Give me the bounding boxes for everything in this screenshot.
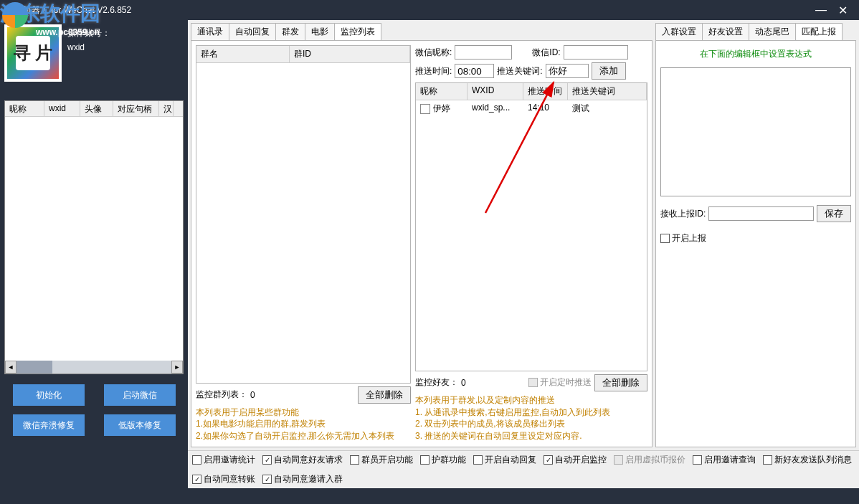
grid-col-nick[interactable]: 昵称 [5,101,44,116]
grid-scrollbar[interactable]: ◄ ► [5,361,183,374]
delete-all-groups-button[interactable]: 全部删除 [358,386,411,404]
footer-checkbox-自动同意好友请求[interactable]: ✓自动同意好友请求 [262,454,343,466]
delete-all-friends-button[interactable]: 全部删除 [594,374,647,391]
tab-通讯录[interactable]: 通讯录 [191,23,229,40]
account-grid[interactable]: 昵称 wxid 头像 对应句柄 汉 ◄ ► [4,100,184,374]
avatar: 寻 片 [4,24,62,82]
wxid-input[interactable] [564,45,628,60]
push-keyword-input[interactable] [546,64,589,78]
title-bar: 寻片机器人 for WeChat V2.6.852 — ✕ [0,0,859,20]
footer-checkbox-群员开启功能[interactable]: 群员开启功能 [350,454,413,466]
footer-checkbox-启用邀请统计[interactable]: 启用邀请统计 [192,454,255,466]
account-wxid: wxid [67,42,184,52]
col-time[interactable]: 推送时间 [523,83,568,100]
account-label: 操作账号： [67,27,184,39]
expression-hint: 在下面的编辑框中设置表达式 [660,45,851,63]
grid-col-avatar[interactable]: 头像 [80,101,113,116]
tab-动态尾巴[interactable]: 动态尾巴 [749,23,796,40]
close-button[interactable]: ✕ [832,4,853,17]
tab-监控列表[interactable]: 监控列表 [334,23,381,40]
tab-入群设置[interactable]: 入群设置 [655,23,703,40]
group-note: 本列表用于启用某些群功能1.如果电影功能启用的群,群发列表2.如果你勾选了自动开… [196,406,411,442]
tab-电影[interactable]: 电影 [305,23,335,40]
init-button[interactable]: 初始化 [13,384,85,406]
sidebar: 寻 片 操作账号： wxid 昵称 wxid 头像 对应句柄 汉 ◄ ► 初始化… [0,20,188,450]
row-checkbox[interactable] [420,104,430,114]
tab-群发[interactable]: 群发 [275,23,305,40]
wxid-label: 微信ID: [532,47,560,59]
monitor-group-list[interactable]: 群名 群ID [196,45,411,384]
push-keyword-label: 推送关键词: [497,65,542,77]
tab-好友设置[interactable]: 好友设置 [702,23,749,40]
expression-textarea[interactable] [660,67,851,196]
recv-id-input[interactable] [708,206,814,221]
table-row[interactable]: 伊婷 wxid_sp... 14:10 测试 [416,100,647,117]
window-title: 寻片机器人 for WeChat V2.6.852 [6,4,810,16]
save-button[interactable]: 保存 [817,205,851,222]
grid-col-extra[interactable]: 汉 [159,101,174,116]
add-button[interactable]: 添加 [592,62,626,80]
monitor-friend-count: 0 [461,378,466,388]
footer-options: 启用邀请统计✓自动同意好友请求群员开启功能护群功能开启自动回复✓自动开启监控启用… [188,450,859,488]
col-wxid[interactable]: WXID [468,83,523,100]
scroll-thumb[interactable] [16,361,52,374]
footer-checkbox-自动同意转账[interactable]: ✓自动同意转账 [192,473,255,485]
minimize-button[interactable]: — [810,4,832,16]
grid-col-handle[interactable]: 对应句柄 [113,101,159,116]
enable-report-checkbox[interactable]: 开启上报 [660,232,851,244]
tab-自动回复[interactable]: 自动回复 [229,23,276,40]
grid-col-wxid[interactable]: wxid [44,101,80,116]
footer-checkbox-启用邀请查询[interactable]: 启用邀请查询 [693,454,756,466]
monitor-group-count-label: 监控群列表： [196,389,247,401]
monitor-friend-list[interactable]: 昵称 WXID 推送时间 推送关键词 伊婷 wxid_sp... 14:10 测… [415,82,647,371]
nick-input[interactable] [455,45,512,60]
col-group-name[interactable]: 群名 [196,46,290,62]
col-group-id[interactable]: 群ID [290,46,410,62]
scroll-right-icon[interactable]: ► [171,361,183,374]
footer-checkbox-自动同意邀请入群[interactable]: ✓自动同意邀请入群 [262,473,343,485]
start-wechat-button[interactable]: 启动微信 [104,384,176,406]
friend-note: 本列表用于群发,以及定制内容的推送1. 从通讯录中搜索,右键启用监控,自动加入到… [415,394,647,442]
footer-checkbox-开启自动回复[interactable]: 开启自动回复 [473,454,536,466]
footer-checkbox-护群功能[interactable]: 护群功能 [420,454,466,466]
footer-checkbox-新好友发送队列消息[interactable]: 新好友发送队列消息 [763,454,852,466]
watermark-logo [2,2,28,28]
col-nick[interactable]: 昵称 [416,83,468,100]
footer-checkbox-启用虚拟币报价: 启用虚拟币报价 [614,454,685,466]
nick-label: 微信昵称: [415,47,452,59]
crash-fix-button[interactable]: 微信奔溃修复 [13,414,85,436]
scroll-left-icon[interactable]: ◄ [5,361,16,374]
col-keyword[interactable]: 推送关键词 [568,83,647,100]
recv-id-label: 接收上报ID: [660,208,706,220]
push-time-label: 推送时间: [415,65,452,77]
timer-push-checkbox[interactable]: 开启定时推送 [528,376,592,389]
tab-匹配上报[interactable]: 匹配上报 [795,23,843,40]
monitor-friend-count-label: 监控好友： [415,376,458,389]
low-version-fix-button[interactable]: 低版本修复 [104,414,176,436]
push-time-input[interactable] [455,64,494,78]
monitor-group-count: 0 [250,390,255,400]
footer-checkbox-自动开启监控[interactable]: ✓自动开启监控 [544,454,607,466]
